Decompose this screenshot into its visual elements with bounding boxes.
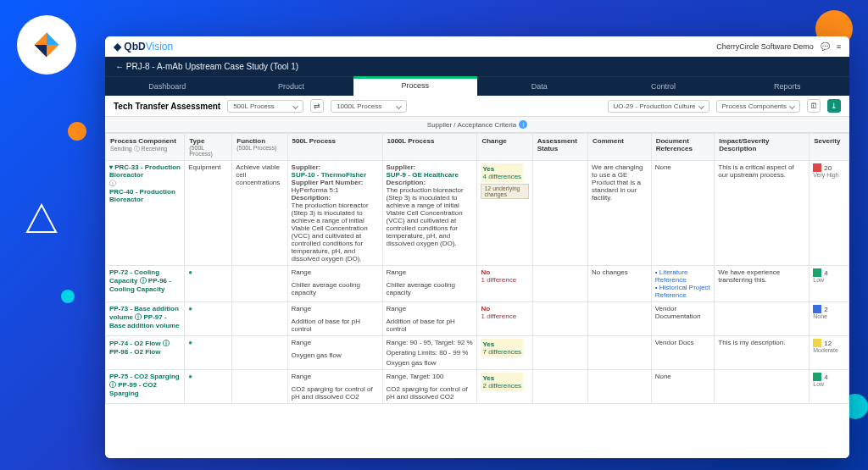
info-icon[interactable]: i — [519, 120, 527, 129]
breadcrumb[interactable]: ← PRJ-8 - A-mAb Upstream Case Study (Too… — [105, 57, 849, 76]
chevron-down-icon — [292, 102, 298, 108]
org-name: CherryCircle Software Demo — [716, 42, 814, 51]
bg-dot — [68, 122, 86, 141]
docref-link[interactable]: • Historical Project Reference — [655, 284, 711, 299]
scope-select[interactable]: Process Components — [716, 100, 800, 113]
bg-triangle — [25, 203, 58, 237]
app-window: ◆ QbDVision CherryCircle Software Demo 💬… — [105, 36, 849, 458]
process-a-select[interactable]: 500L Process — [227, 100, 303, 113]
col-severity: Severity — [810, 134, 849, 161]
tab-product[interactable]: Product — [229, 76, 353, 96]
topbar: ◆ QbDVision CherryCircle Software Demo 💬… — [105, 36, 849, 57]
chevron-down-icon — [396, 102, 402, 108]
component-link[interactable]: PP-75 - CO2 Sparging ⓘ PP-99 - CO2 Sparg… — [109, 373, 181, 397]
table-row: PP-73 - Base addition volume ⓘ PP-97 - B… — [106, 302, 849, 336]
brand-name: QbD — [124, 41, 145, 53]
chevron-down-icon — [698, 102, 704, 108]
tab-process[interactable]: Process — [353, 76, 477, 96]
table-header-row: Process ComponentSending ⓘ Receiving Typ… — [106, 134, 849, 161]
col-type: Type(500L Process) — [185, 134, 232, 161]
col-change: Change — [477, 134, 532, 161]
bg-logo — [17, 15, 76, 75]
component-link[interactable]: PP-72 - Cooling Capacity ⓘ PP-96 - Cooli… — [109, 268, 181, 293]
docref-link[interactable]: • Literature Reference — [655, 268, 711, 284]
col-impact: Impact/Severity Description — [715, 134, 810, 161]
svg-marker-1 — [47, 33, 58, 45]
col-docref: Document References — [651, 134, 715, 161]
filter-bar: Tech Transfer Assessment 500L Process ⇄ … — [105, 96, 849, 117]
menu-icon[interactable]: ≡ — [837, 42, 841, 51]
col-500l: 500L Process — [287, 134, 382, 161]
tab-dashboard[interactable]: Dashboard — [105, 76, 229, 96]
nav-strip: ← PRJ-8 - A-mAb Upstream Case Study (Too… — [105, 57, 849, 96]
bg-dot — [61, 290, 75, 303]
uo-select[interactable]: UO-29 - Production Culture — [608, 100, 709, 113]
tab-reports[interactable]: Reports — [726, 76, 849, 96]
col-assessment: Assessment Status — [532, 134, 587, 161]
swap-button[interactable]: ⇄ — [310, 99, 324, 113]
chevron-down-icon — [789, 102, 795, 108]
component-link[interactable]: ▾ PRC-33 - Production Bioreactor — [109, 163, 181, 179]
svg-marker-2 — [35, 45, 47, 57]
page-title: Tech Transfer Assessment — [114, 102, 220, 111]
tab-control[interactable]: Control — [601, 76, 725, 96]
component-link[interactable]: PRC-40 - Production Bioreactor — [109, 188, 181, 203]
table-row: PP-74 - O2 Flow ⓘ PP-98 - O2 Flow●RangeO… — [106, 336, 849, 370]
tab-data[interactable]: Data — [477, 76, 601, 96]
process-b-select[interactable]: 1000L Process — [331, 100, 407, 113]
col-function: Function(500L Process) — [232, 134, 287, 161]
export-button[interactable]: ⤓ — [827, 99, 841, 113]
brand-cube-icon: ◆ — [114, 41, 121, 53]
chat-icon[interactable]: 💬 — [821, 42, 830, 51]
col-comment: Comment — [588, 134, 652, 161]
brand-suffix: Vision — [146, 41, 173, 53]
table-row: PP-75 - CO2 Sparging ⓘ PP-99 - CO2 Sparg… — [106, 370, 849, 404]
assessment-table: Process ComponentSending ⓘ Receiving Typ… — [105, 133, 849, 458]
table-row: PP-72 - Cooling Capacity ⓘ PP-96 - Cooli… — [106, 266, 849, 302]
component-link[interactable]: PP-74 - O2 Flow ⓘ PP-98 - O2 Flow — [109, 339, 181, 356]
col-1000l: 1000L Process — [382, 134, 477, 161]
brand-logo[interactable]: ◆ QbDVision — [114, 41, 173, 53]
criteria-header: Supplier / Acceptance Criteriai — [105, 117, 849, 133]
col-component: Process ComponentSending ⓘ Receiving — [106, 134, 185, 161]
table-row: ▾ PRC-33 - Production BioreactorⓘPRC-40 … — [106, 161, 849, 266]
component-link[interactable]: PP-73 - Base addition volume ⓘ PP-97 - B… — [109, 305, 181, 329]
calendar-button[interactable]: 🗓 — [807, 99, 821, 113]
svg-marker-3 — [27, 205, 56, 232]
